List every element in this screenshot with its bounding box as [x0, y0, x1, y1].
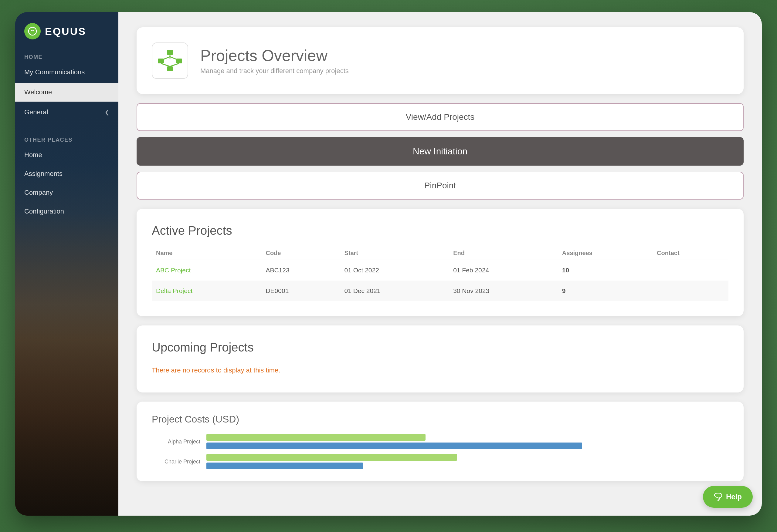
chart-row-label: Alpha Project [152, 438, 200, 445]
table-body: ABC Project ABC123 01 Oct 2022 01 Feb 20… [152, 260, 729, 301]
project-costs-chart: Project Costs (USD) Alpha Project Charli… [137, 402, 744, 481]
chart-row-bars [206, 434, 729, 449]
table-header: Name Code Start End Assignees Contact [152, 247, 729, 260]
bar-green [206, 454, 457, 461]
col-assignees: Assignees [558, 247, 653, 260]
table-row: Delta Project DE0001 01 Dec 2021 30 Nov … [152, 281, 729, 301]
col-contact: Contact [653, 247, 729, 260]
upcoming-projects-card: Upcoming Projects There are no records t… [137, 325, 744, 392]
sidebar-item-company[interactable]: Company [15, 183, 118, 202]
sidebar-item-home[interactable]: Home [15, 146, 118, 164]
bar-blue [206, 462, 363, 469]
table-row: ABC Project ABC123 01 Oct 2022 01 Feb 20… [152, 260, 729, 281]
svg-line-9 [170, 63, 179, 66]
new-initiation-button[interactable]: New Initiation [137, 137, 744, 166]
svg-rect-4 [167, 66, 173, 71]
project-start: 01 Oct 2022 [340, 260, 449, 281]
project-end: 30 Nov 2023 [449, 281, 558, 301]
project-code: ABC123 [261, 260, 340, 281]
active-projects-title: Active Projects [152, 224, 729, 238]
logo-area: EQUUS [15, 12, 118, 48]
col-end: End [449, 247, 558, 260]
project-assignees: 10 [558, 260, 653, 281]
svg-point-0 [28, 27, 36, 35]
bar-blue [206, 442, 582, 449]
chart-row: Alpha Project [152, 434, 729, 449]
sidebar-item-general[interactable]: General ❮ [15, 103, 118, 122]
project-name-link[interactable]: ABC Project [156, 267, 191, 274]
main-content: Projects Overview Manage and track your … [118, 12, 762, 516]
upcoming-projects-title: Upcoming Projects [152, 341, 729, 354]
sidebar-item-welcome[interactable]: Welcome [15, 83, 118, 102]
chart-area: Alpha Project Charlie Project [152, 434, 729, 469]
sidebar-item-my-communications[interactable]: My Communications [15, 63, 118, 82]
action-buttons: View/Add Projects New Initiation PinPoin… [137, 103, 744, 200]
project-contact [653, 260, 729, 281]
project-assignees: 9 [558, 281, 653, 301]
page-title: Projects Overview [200, 46, 349, 64]
page-subtitle: Manage and track your different company … [200, 67, 349, 75]
other-places-label: OTHER PLACES [15, 131, 118, 146]
svg-point-10 [717, 500, 719, 501]
app-name: EQUUS [45, 25, 86, 37]
sidebar-item-assignments[interactable]: Assignments [15, 164, 118, 183]
project-end: 01 Feb 2024 [449, 260, 558, 281]
chart-row-label: Charlie Project [152, 458, 200, 465]
col-start: Start [340, 247, 449, 260]
logo-icon [24, 23, 41, 39]
project-name-link[interactable]: Delta Project [156, 287, 193, 294]
sidebar-item-configuration[interactable]: Configuration [15, 202, 118, 221]
chart-row-bars [206, 454, 729, 469]
chart-title: Project Costs (USD) [152, 414, 729, 425]
project-icon-box [152, 42, 188, 79]
help-label: Help [726, 493, 742, 501]
header-text: Projects Overview Manage and track your … [200, 46, 349, 75]
active-projects-card: Active Projects Name Code Start End Assi… [137, 209, 744, 316]
active-projects-table: Name Code Start End Assignees Contact AB… [152, 247, 729, 301]
sidebar: EQUUS HOME My Communications Welcome Gen… [15, 12, 118, 516]
svg-line-8 [161, 63, 170, 66]
project-contact [653, 281, 729, 301]
bar-green [206, 434, 426, 441]
project-start: 01 Dec 2021 [340, 281, 449, 301]
chevron-down-icon: ❮ [105, 109, 109, 116]
col-name: Name [152, 247, 261, 260]
no-records-message: There are no records to display at this … [152, 363, 729, 377]
chart-row: Charlie Project [152, 454, 729, 469]
pinpoint-button[interactable]: PinPoint [137, 172, 744, 200]
projects-overview-card: Projects Overview Manage and track your … [137, 27, 744, 94]
home-section-label: HOME [15, 48, 118, 63]
col-code: Code [261, 247, 340, 260]
view-add-projects-button[interactable]: View/Add Projects [137, 103, 744, 131]
project-code: DE0001 [261, 281, 340, 301]
help-button[interactable]: Help [703, 486, 753, 508]
svg-rect-1 [167, 50, 173, 55]
